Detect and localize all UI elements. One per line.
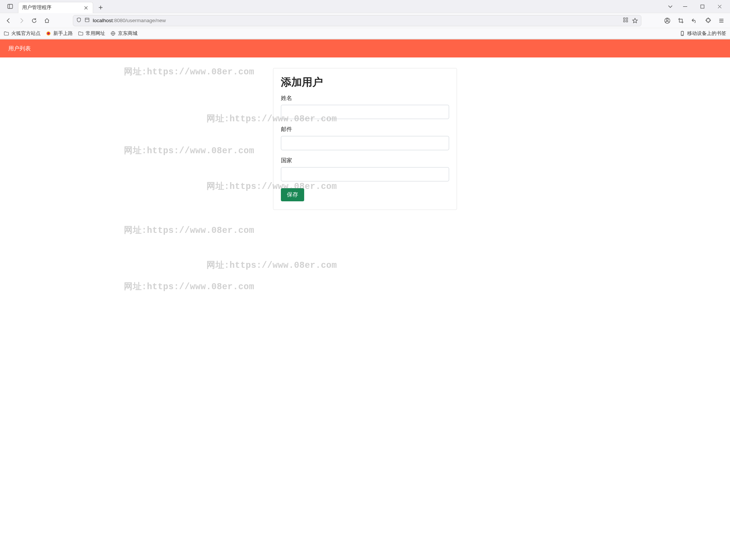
email-input[interactable] (281, 136, 449, 150)
svg-marker-16 (633, 18, 638, 23)
svg-rect-13 (626, 18, 628, 20)
name-input[interactable] (281, 105, 449, 119)
tab-close-button[interactable] (83, 5, 89, 11)
bookmark-label: 移动设备上的书签 (687, 30, 726, 37)
sidebar-toggle-button[interactable] (5, 0, 16, 13)
svg-point-23 (47, 32, 50, 35)
app-menu-button[interactable] (716, 15, 727, 26)
undo-icon[interactable] (689, 15, 700, 26)
toolbar-right (647, 15, 727, 26)
form-heading: 添加用户 (281, 75, 449, 89)
globe-icon (110, 31, 116, 36)
mobile-bookmarks-item[interactable]: 移动设备上的书签 (680, 30, 726, 37)
watermark-text: 网址:https://www.08er.com (124, 281, 254, 292)
qr-icon[interactable] (623, 17, 628, 24)
mobile-icon (680, 31, 685, 36)
svg-rect-0 (8, 5, 13, 9)
tabs-overflow-button[interactable] (665, 1, 676, 12)
window-minimize-button[interactable] (677, 1, 693, 12)
save-button[interactable]: 保存 (281, 188, 304, 201)
email-label: 邮件 (281, 126, 449, 133)
extensions-icon[interactable] (702, 15, 713, 26)
app-navbar: 用户列表 (0, 39, 730, 57)
bookmark-item[interactable]: 火狐官方站点 (4, 30, 41, 37)
nav-reload-button[interactable] (29, 15, 40, 26)
bookmark-item[interactable]: 新手上路 (46, 30, 73, 37)
svg-rect-14 (624, 21, 625, 22)
page-viewport: 用户列表 添加用户 姓名 邮件 国家 保存 网址:https://www.08e… (0, 39, 730, 560)
country-input[interactable] (281, 167, 449, 181)
crop-icon[interactable] (675, 15, 686, 26)
bookmark-star-icon[interactable] (632, 18, 638, 24)
folder-icon (4, 31, 9, 36)
svg-rect-12 (624, 18, 625, 20)
country-label: 国家 (281, 157, 449, 164)
account-icon[interactable] (662, 15, 673, 26)
bookmark-label: 京东商城 (118, 30, 137, 37)
browser-toolbar: localhost:8080/usermanage/new (0, 13, 730, 28)
window-close-button[interactable] (711, 1, 728, 12)
window-maximize-button[interactable] (694, 1, 710, 12)
folder-icon (78, 31, 83, 36)
browser-chrome: 用户管理程序 (0, 0, 730, 39)
watermark-text: 网址:https://www.08er.com (207, 259, 337, 271)
svg-rect-15 (626, 21, 628, 22)
url-bar[interactable]: localhost:8080/usermanage/new (73, 15, 641, 26)
svg-rect-7 (701, 5, 704, 8)
browser-tab-active[interactable]: 用户管理程序 (18, 2, 93, 13)
bookmark-label: 常用网址 (86, 30, 105, 37)
url-text: localhost:8080/usermanage/new (93, 18, 620, 23)
titlebar: 用户管理程序 (0, 0, 730, 13)
bookmark-label: 新手上路 (53, 30, 73, 37)
nav-home-button[interactable] (41, 15, 53, 26)
nav-forward-button[interactable] (16, 15, 27, 26)
bookmark-label: 火狐官方站点 (11, 30, 41, 37)
svg-rect-10 (85, 18, 89, 22)
nav-title-link[interactable]: 用户列表 (8, 45, 31, 52)
svg-point-17 (666, 18, 668, 20)
tab-title: 用户管理程序 (22, 5, 80, 11)
firefox-icon (46, 31, 51, 36)
bookmarks-bar: 火狐官方站点 新手上路 常用网址 京东商城 移动设备上的书签 (0, 28, 730, 39)
titlebar-right (665, 0, 730, 13)
add-user-card: 添加用户 姓名 邮件 国家 保存 (273, 68, 457, 210)
site-info-icon[interactable] (84, 17, 90, 24)
bookmark-item[interactable]: 常用网址 (78, 30, 105, 37)
new-tab-button[interactable] (95, 2, 106, 13)
url-host: localhost (93, 18, 113, 23)
url-path: :8080/usermanage/new (113, 18, 166, 23)
bookmark-item[interactable]: 京东商城 (110, 30, 137, 37)
shield-icon[interactable] (76, 17, 81, 24)
nav-back-button[interactable] (3, 15, 14, 26)
tab-strip: 用户管理程序 (16, 0, 665, 13)
name-label: 姓名 (281, 95, 449, 102)
